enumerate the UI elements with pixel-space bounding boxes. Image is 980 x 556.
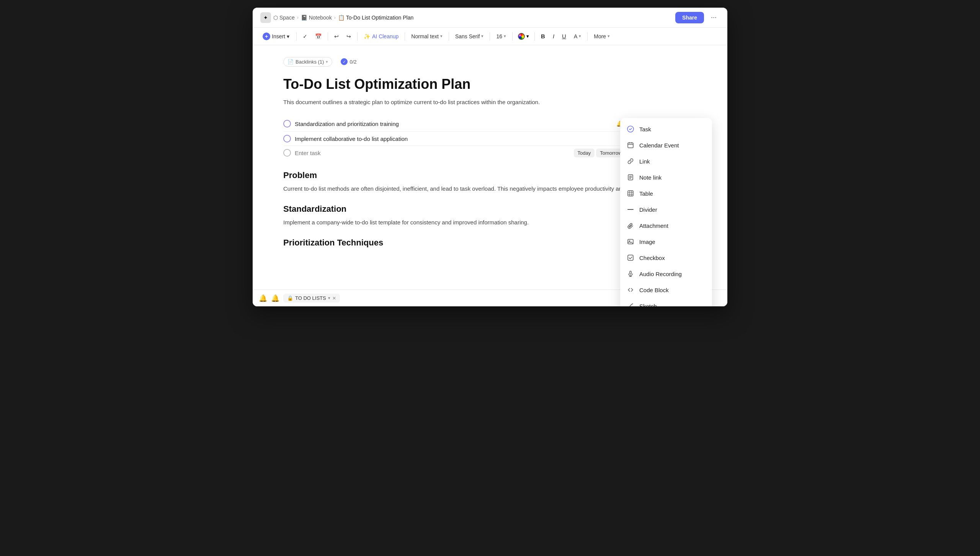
more-menu-button[interactable]: ···	[708, 12, 720, 23]
code-dropdown-icon	[626, 286, 635, 294]
font-size-label: 16	[496, 33, 502, 39]
dropdown-item-notelink[interactable]: Note link	[620, 169, 712, 185]
dropdown-item-table[interactable]: Table	[620, 185, 712, 201]
task-input-checkbox[interactable]	[283, 149, 291, 157]
breadcrumb-sep-1: ›	[297, 15, 299, 20]
audio-dropdown-icon	[626, 270, 635, 278]
tag-lock-icon: 🔒	[287, 295, 293, 301]
share-button[interactable]: Share	[675, 12, 704, 23]
font-size-chevron-icon: ▾	[504, 34, 506, 39]
breadcrumb-space[interactable]: ⬡ Space	[273, 15, 295, 21]
underline-button[interactable]: U	[559, 31, 569, 41]
breadcrumb-page[interactable]: 📋 To-Do List Optimization Plan	[338, 15, 414, 21]
dropdown-label-link: Link	[639, 158, 650, 165]
backlinks-chevron-icon: ▾	[326, 59, 328, 64]
divider-dropdown-icon	[626, 205, 635, 214]
task-input-field[interactable]	[295, 150, 570, 156]
tasks-progress-label: 0/2	[350, 59, 356, 65]
dropdown-item-code[interactable]: Code Block	[620, 282, 712, 298]
color-button[interactable]: ▾	[516, 31, 531, 42]
insert-label: Insert	[272, 33, 285, 39]
checklist-button[interactable]: ✓	[300, 31, 310, 41]
tasks-check-icon: ✓	[341, 58, 348, 65]
toolbar-separator-4	[405, 32, 405, 41]
redo-button[interactable]: ↪	[343, 31, 354, 41]
toolbar-separator-7	[512, 32, 513, 41]
dropdown-label-task: Task	[639, 126, 651, 132]
dropdown-item-divider[interactable]: Divider	[620, 201, 712, 217]
svg-rect-1	[628, 143, 633, 148]
insert-button[interactable]: + Insert ▾	[259, 31, 293, 42]
task-dropdown-icon	[626, 125, 635, 133]
font-size-button[interactable]: 16 ▾	[493, 31, 509, 41]
notelink-dropdown-icon	[626, 173, 635, 182]
dropdown-item-link[interactable]: Link	[620, 153, 712, 169]
tag-badge[interactable]: 🔒 TO DO LISTS ▾ ✕	[283, 294, 340, 303]
check-icon: ✓	[303, 33, 307, 39]
ai-cleanup-label: AI Cleanup	[372, 33, 399, 39]
backlinks-badge[interactable]: 📄 Backlinks (1) ▾	[283, 57, 332, 67]
more-chevron-icon: ▾	[608, 34, 610, 39]
title-bar: ✦ ⬡ Space › 📓 Notebook › 📋 To-Do List Op…	[253, 8, 727, 28]
image-dropdown-icon	[626, 237, 635, 246]
format-type-button[interactable]: Normal text ▾	[408, 31, 446, 41]
calendar-button[interactable]: 📅	[312, 31, 325, 41]
undo-button[interactable]: ↩	[331, 31, 342, 41]
task-checkbox-1[interactable]	[283, 120, 291, 128]
dropdown-label-divider: Divider	[639, 206, 657, 213]
dropdown-item-calendar[interactable]: Calendar Event	[620, 137, 712, 153]
italic-button[interactable]: I	[550, 31, 557, 41]
format-type-chevron-icon: ▾	[440, 34, 443, 39]
dropdown-item-task[interactable]: Task	[620, 121, 712, 137]
calendar-icon: 📅	[315, 33, 322, 39]
more-button[interactable]: More ▾	[591, 31, 613, 41]
svg-rect-3	[628, 191, 633, 196]
dropdown-item-audio[interactable]: Audio Recording	[620, 266, 712, 282]
toolbar-separator-6	[490, 32, 490, 41]
app-window: ✦ ⬡ Space › 📓 Notebook › 📋 To-Do List Op…	[253, 8, 727, 306]
svg-rect-7	[628, 255, 633, 260]
calendar-dropdown-icon	[626, 141, 635, 149]
backlinks-label: Backlinks (1)	[296, 59, 324, 65]
tasks-badge[interactable]: ✓ 0/2	[337, 57, 360, 67]
attachment-dropdown-icon	[626, 221, 635, 230]
color-chevron-icon: ▾	[526, 33, 529, 39]
redo-icon: ↪	[346, 33, 351, 39]
toolbar-separator-8	[534, 32, 535, 41]
color-circle-icon	[518, 33, 525, 40]
dropdown-label-code: Code Block	[639, 287, 669, 293]
dropdown-label-table: Table	[639, 190, 653, 197]
document-subtitle: This document outlines a strategic plan …	[283, 98, 697, 107]
title-bar-left: ✦ ⬡ Space › 📓 Notebook › 📋 To-Do List Op…	[260, 12, 672, 23]
undo-icon: ↩	[334, 33, 339, 39]
bold-button[interactable]: B	[538, 31, 548, 41]
toolbar-separator-2	[328, 32, 328, 41]
notification-alert-icon[interactable]: 🔔	[271, 294, 279, 303]
document-title: To-Do List Optimization Plan	[283, 76, 697, 92]
breadcrumb-notebook[interactable]: 📓 Notebook	[301, 15, 332, 21]
dropdown-label-sketch: Sketch	[639, 303, 657, 307]
font-family-chevron-icon: ▾	[481, 34, 483, 39]
dropdown-item-image[interactable]: Image	[620, 234, 712, 250]
breadcrumb-space-label: Space	[279, 15, 295, 21]
highlight-button[interactable]: A ▾	[571, 31, 584, 41]
today-button[interactable]: Today	[574, 149, 595, 157]
checkbox-dropdown-icon	[626, 253, 635, 262]
insert-chevron-icon: ▾	[287, 33, 289, 39]
backlinks-icon: 📄	[287, 59, 294, 65]
toolbar: + Insert ▾ ✓ 📅 ↩ ↪ ✨ AI Cleanup Normal t…	[253, 28, 727, 45]
page-icon: 📋	[338, 15, 345, 21]
tag-close-icon[interactable]: ✕	[332, 296, 336, 301]
svg-rect-8	[630, 271, 631, 274]
tag-chevron-icon: ▾	[328, 296, 330, 301]
table-dropdown-icon	[626, 189, 635, 198]
dropdown-item-attachment[interactable]: Attachment	[620, 217, 712, 234]
toolbar-separator-1	[296, 32, 297, 41]
task-checkbox-2[interactable]	[283, 135, 291, 142]
notification-bell-icon[interactable]: 🔔	[259, 294, 267, 303]
dropdown-label-audio: Audio Recording	[639, 271, 682, 277]
font-family-button[interactable]: Sans Serif ▾	[452, 31, 487, 41]
dropdown-item-sketch[interactable]: Sketch	[620, 298, 712, 306]
ai-cleanup-button[interactable]: ✨ AI Cleanup	[361, 31, 402, 41]
dropdown-item-checkbox[interactable]: Checkbox	[620, 250, 712, 266]
